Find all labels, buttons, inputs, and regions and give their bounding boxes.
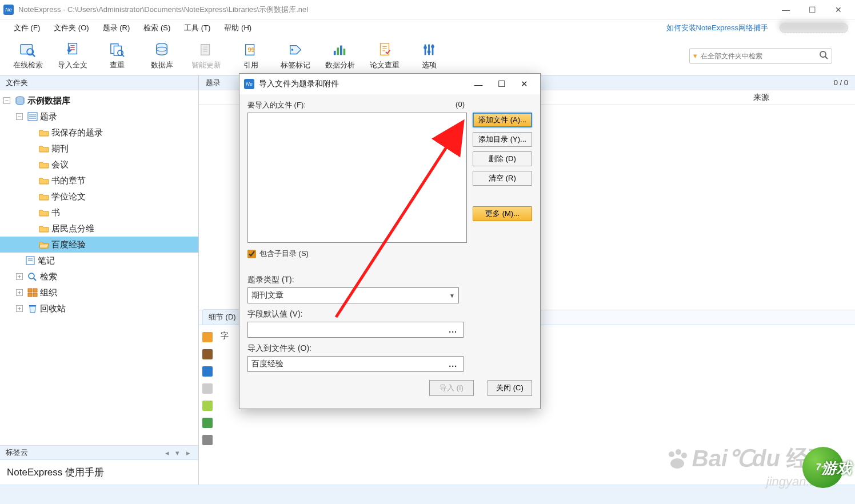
toggle-icon[interactable]: −	[16, 113, 23, 120]
tree-trash[interactable]: +回收站	[0, 301, 198, 317]
tree-item-saved[interactable]: 我保存的题录	[0, 125, 198, 141]
browse-icon[interactable]: ...	[446, 325, 460, 334]
folder-input[interactable]: 百度经验...	[247, 356, 464, 372]
menu-folder[interactable]: 文件夹 (O)	[47, 21, 95, 35]
tree-item-chapter[interactable]: 书的章节	[0, 173, 198, 189]
browse-icon[interactable]: ...	[446, 359, 460, 369]
close-dialog-button[interactable]: 关闭 (C)	[488, 380, 532, 396]
tree-root[interactable]: − 示例数据库	[0, 93, 198, 109]
tagcloud-header: 标签云 ◂ ▾ ▸	[0, 445, 198, 460]
toggle-icon[interactable]: +	[16, 305, 23, 312]
toolbar-import-fulltext[interactable]: 导入全文	[50, 39, 95, 73]
subdir-checkbox[interactable]	[247, 250, 256, 258]
record-count: 0 / 0	[834, 78, 848, 87]
tree-item-book[interactable]: 书	[0, 205, 198, 221]
clear-button[interactable]: 清空 (R)	[473, 171, 532, 186]
window-title: NoteExpress - C:\Users\Administrator\Doc…	[18, 5, 773, 15]
toolbar-tags[interactable]: 标签标记	[273, 39, 318, 73]
toolbar-database[interactable]: 数据库	[139, 39, 184, 73]
toggle-icon[interactable]: +	[16, 273, 23, 280]
doc-icon[interactable]	[202, 383, 213, 394]
menu-tools[interactable]: 工具 (T)	[177, 21, 217, 35]
toolbar-cite[interactable]: 99 引用	[229, 39, 273, 73]
tree-item-thesis[interactable]: 学位论文	[0, 189, 198, 205]
col-source[interactable]: 来源	[753, 93, 769, 103]
svg-line-36	[34, 278, 36, 281]
trash-icon	[27, 304, 38, 313]
tree-search[interactable]: +检索	[0, 269, 198, 285]
import-button[interactable]: 导入 (I)	[429, 380, 474, 396]
dropdown-caret-icon[interactable]: ▾	[693, 51, 697, 60]
svg-rect-41	[29, 305, 36, 306]
dialog-minimize[interactable]: —	[467, 76, 490, 92]
menu-record[interactable]: 题录 (R)	[96, 21, 137, 35]
subdir-label[interactable]: 包含子目录 (S)	[259, 249, 309, 259]
statusbar	[0, 485, 855, 504]
more-button[interactable]: 更多 (M)...	[473, 206, 532, 221]
menu-file[interactable]: 文件 (F)	[7, 21, 47, 35]
sidebar: 文件夹 − 示例数据库 − 题录 我保存的题录 期刊 会议 书的章节 学位论文 …	[0, 75, 199, 485]
toolbar-options[interactable]: 选项	[407, 39, 452, 73]
books-icon[interactable]	[202, 349, 213, 359]
search-icon[interactable]	[819, 50, 828, 61]
search-box[interactable]: ▾	[689, 48, 832, 64]
delete-button[interactable]: 删除 (D)	[473, 151, 532, 166]
add-dir-button[interactable]: 添加目录 (Y)...	[473, 132, 532, 147]
close-button[interactable]: ✕	[825, 2, 852, 18]
file-list[interactable]	[247, 113, 467, 243]
tree-item-baidu[interactable]: 百度经验	[0, 237, 198, 253]
svg-rect-38	[33, 289, 37, 292]
tab-detail[interactable]: 细节 (D)	[202, 309, 242, 325]
folder-icon	[39, 160, 49, 169]
svg-line-7	[122, 54, 124, 57]
toolbar: 在线检索 导入全文 查重 数据库 智能更新 99 引用 标签标记 数据分析 论文…	[0, 37, 855, 75]
tagcloud-body[interactable]: NoteExpress 使用手册	[0, 460, 198, 485]
blur-overlay	[778, 21, 847, 31]
svg-text:99: 99	[247, 46, 254, 53]
default-input[interactable]: ...	[247, 322, 464, 338]
tree-organize[interactable]: +组织	[0, 285, 198, 301]
dialog-icon: Ne	[244, 79, 254, 89]
svg-rect-14	[334, 50, 336, 54]
svg-rect-15	[337, 47, 339, 55]
import-icon	[63, 42, 82, 58]
type-select[interactable]: 期刊文章 ▼	[247, 287, 459, 303]
update-icon	[197, 42, 215, 58]
brush-icon[interactable]	[202, 401, 213, 411]
dialog-title: 导入文件为题录和附件	[259, 79, 467, 89]
grid-icon[interactable]	[202, 366, 213, 377]
svg-rect-39	[28, 293, 32, 297]
recycle-icon[interactable]	[202, 418, 213, 428]
toolbar-online-search[interactable]: 在线检索	[6, 39, 50, 73]
tree-item-residence[interactable]: 居民点分维	[0, 221, 198, 237]
dialog-close[interactable]: ✕	[513, 76, 536, 92]
maximize-button[interactable]: ☐	[799, 2, 825, 18]
toolbar-paper-check[interactable]: 论文查重	[362, 39, 407, 73]
minimize-button[interactable]: —	[773, 2, 799, 18]
tree-item-journal[interactable]: 期刊	[0, 141, 198, 157]
menu-search[interactable]: 检索 (S)	[137, 21, 177, 35]
flow-icon[interactable]	[202, 435, 213, 445]
organize-icon	[27, 288, 38, 297]
online-search-icon	[19, 42, 37, 58]
lock-icon[interactable]	[202, 332, 213, 342]
list-icon	[27, 112, 38, 121]
tree-notes[interactable]: 笔记	[0, 253, 198, 269]
toggle-icon[interactable]: +	[16, 289, 23, 296]
folder-icon	[39, 224, 49, 233]
dialog-titlebar: Ne 导入文件为题录和附件 — ☐ ✕	[239, 74, 540, 94]
help-link[interactable]: 如何安装NoteExpress网络捕手	[660, 21, 775, 35]
svg-point-23	[428, 50, 431, 53]
dialog-maximize[interactable]: ☐	[490, 76, 513, 92]
search-input[interactable]	[701, 52, 816, 60]
tree-tilu[interactable]: − 题录	[0, 109, 198, 125]
svg-line-26	[825, 57, 828, 59]
toggle-icon[interactable]: −	[3, 97, 10, 104]
toolbar-analysis[interactable]: 数据分析	[318, 39, 362, 73]
tree-item-conference[interactable]: 会议	[0, 157, 198, 173]
database-icon	[153, 42, 171, 58]
menu-help[interactable]: 帮助 (H)	[217, 21, 258, 35]
tagcloud-controls[interactable]: ◂ ▾ ▸	[165, 449, 193, 457]
toolbar-dedup[interactable]: 查重	[95, 39, 139, 73]
add-file-button[interactable]: 添加文件 (A)...	[473, 113, 532, 127]
